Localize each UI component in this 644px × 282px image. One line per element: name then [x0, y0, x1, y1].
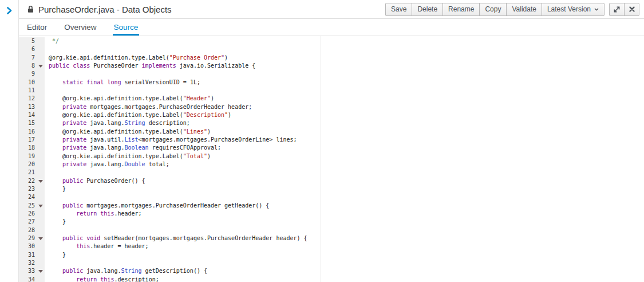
code-line[interactable]: }	[49, 185, 644, 193]
token	[49, 120, 62, 126]
code-line[interactable]: */	[49, 37, 644, 45]
code-line[interactable]: @org.kie.api.definition.type.Label("Line…	[49, 128, 644, 136]
source-editor[interactable]: 5678910111213141516171819202122232425262…	[19, 36, 644, 282]
token: return	[76, 210, 97, 217]
token: java.lang.	[83, 268, 121, 274]
fold-zone	[37, 62, 45, 70]
code-line[interactable]: static final long serialVersionUID = 1L;	[49, 79, 644, 87]
token: }	[49, 252, 66, 258]
code-line[interactable]: return this.header;	[49, 210, 644, 218]
code-line[interactable]	[49, 193, 644, 201]
code-line[interactable]	[49, 169, 644, 177]
line-number: 10	[19, 79, 37, 87]
code-line[interactable]	[49, 226, 644, 234]
gutter-row: 5	[19, 37, 45, 45]
token: setHeader(mortgages.mortgages.PurchaseOr…	[100, 235, 307, 241]
copy-button[interactable]: Copy	[479, 3, 507, 16]
close-x-icon	[629, 6, 635, 12]
fold-zone	[37, 70, 45, 78]
token: serialVersionUID = 1L;	[121, 79, 200, 85]
token: String	[124, 120, 145, 126]
line-number: 26	[19, 210, 37, 218]
code-line[interactable]: public mortgages.mortgages.PurchaseOrder…	[49, 202, 644, 210]
code-line[interactable]: }	[49, 218, 644, 226]
gutter-row: 6	[19, 45, 45, 53]
delete-button[interactable]: Delete	[412, 3, 443, 16]
code-line[interactable]: this.header = header;	[49, 242, 644, 250]
gutter-row: 31	[19, 251, 45, 259]
fold-zone	[37, 160, 45, 169]
fold-zone	[37, 136, 45, 144]
code-area[interactable]: */@org.kie.api.definition.type.Label("Pu…	[45, 37, 644, 282]
code-line[interactable]: }	[49, 251, 644, 259]
code-line[interactable]: public class PurchaseOrder implements ja…	[49, 62, 644, 70]
code-line[interactable]: private java.util.List<mortgages.mortgag…	[49, 136, 644, 144]
token: Boolean	[124, 144, 148, 151]
fold-zone	[37, 202, 45, 210]
tab-source[interactable]: Source	[113, 19, 140, 36]
token	[49, 276, 76, 282]
code-line[interactable]: return this.description;	[49, 276, 644, 282]
code-line[interactable]: private mortgages.mortgages.PurchaseOrde…	[49, 103, 644, 111]
tab-editor[interactable]: Editor	[26, 19, 48, 36]
gutter-row: 9	[19, 70, 45, 78]
save-button[interactable]: Save	[385, 3, 412, 16]
version-dropdown-button[interactable]: Latest Version	[542, 3, 605, 16]
line-number: 5	[19, 37, 37, 45]
token: PurchaseOrder	[90, 62, 141, 69]
token: implements	[142, 62, 176, 69]
expand-panel-chevron[interactable]	[3, 5, 15, 16]
line-number: 25	[19, 202, 37, 210]
line-number: 29	[19, 234, 37, 242]
line-number: 28	[19, 226, 37, 234]
token	[49, 136, 62, 143]
gutter-row: 15	[19, 119, 45, 127]
line-number: 19	[19, 152, 37, 160]
close-button[interactable]	[624, 3, 639, 16]
token: @org.kie.api.definition.type.Label(	[49, 95, 183, 101]
token: private	[62, 120, 86, 126]
code-line[interactable]: private java.lang.String description;	[49, 119, 644, 127]
code-line[interactable]	[49, 87, 644, 95]
fold-arrow-icon[interactable]	[38, 205, 43, 207]
validate-button[interactable]: Validate	[506, 3, 542, 16]
fold-zone	[37, 119, 45, 127]
fold-zone	[37, 185, 45, 193]
token: java.lang.	[86, 161, 124, 167]
rename-button[interactable]: Rename	[442, 3, 480, 16]
fold-arrow-icon[interactable]	[38, 270, 43, 273]
code-line[interactable]: @org.kie.api.definition.type.Label("Head…	[49, 95, 644, 103]
fold-zone	[37, 87, 45, 95]
gutter-row: 22	[19, 177, 45, 185]
token: public	[62, 178, 83, 184]
fold-arrow-icon[interactable]	[38, 65, 43, 68]
token	[49, 243, 76, 249]
code-line[interactable]: public java.lang.String getDescription()…	[49, 267, 644, 275]
code-line[interactable]: @org.kie.api.definition.type.Label("Tota…	[49, 152, 644, 160]
line-number: 17	[19, 136, 37, 144]
code-line[interactable]	[49, 45, 644, 53]
token: java.io.Serializable {	[176, 62, 255, 69]
fold-arrow-icon[interactable]	[38, 180, 43, 183]
token: )	[211, 95, 214, 101]
tab-bar: EditorOverviewSource	[19, 19, 644, 36]
token: private	[62, 104, 86, 110]
token: "Description"	[183, 112, 228, 118]
line-number: 31	[19, 251, 37, 259]
gutter-row: 20	[19, 160, 45, 169]
code-line[interactable]: private java.lang.Double total;	[49, 160, 644, 169]
tab-overview[interactable]: Overview	[63, 19, 97, 36]
code-line[interactable]: @org.kie.api.definition.type.Label("Purc…	[49, 54, 644, 62]
code-line[interactable]: public void setHeader(mortgages.mortgage…	[49, 234, 644, 242]
line-number: 18	[19, 144, 37, 152]
fold-arrow-icon[interactable]	[38, 237, 43, 240]
code-line[interactable]: private java.lang.Boolean requiresCFOApp…	[49, 144, 644, 152]
code-line[interactable]	[49, 259, 644, 267]
code-line[interactable]	[49, 70, 644, 78]
code-line[interactable]: @org.kie.api.definition.type.Label("Desc…	[49, 111, 644, 119]
token: */	[49, 38, 59, 44]
code-line[interactable]: public PurchaseOrder() {	[49, 177, 644, 185]
fold-zone	[37, 259, 45, 267]
expand-button[interactable]	[609, 3, 625, 16]
token: )	[224, 54, 228, 61]
